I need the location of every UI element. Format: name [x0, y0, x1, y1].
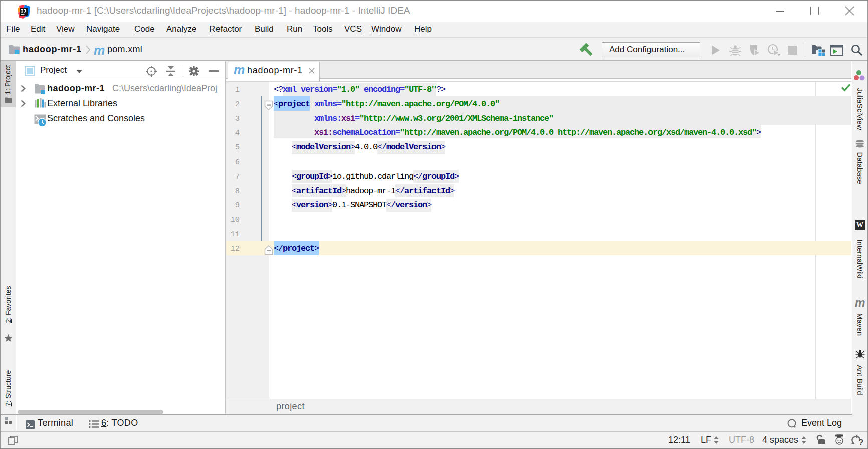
svg-text:?: ?	[858, 438, 863, 446]
